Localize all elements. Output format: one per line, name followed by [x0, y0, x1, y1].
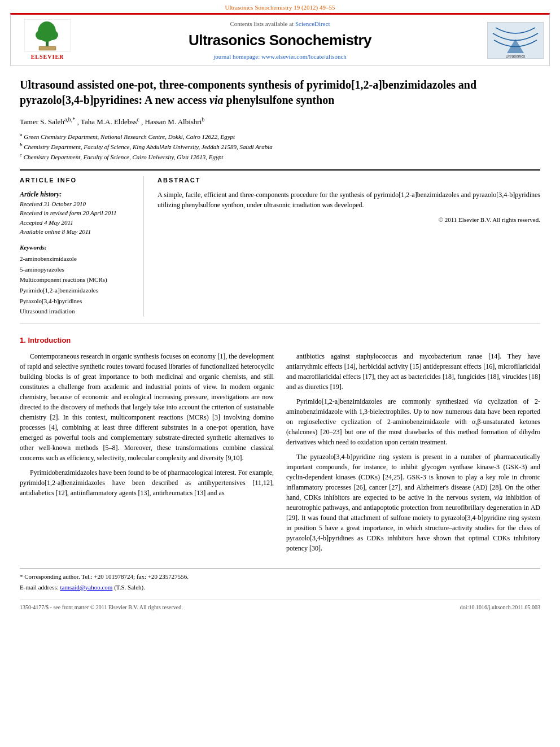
- ultrasonics-journal-icon: Ultrasonics: [487, 22, 544, 59]
- copyright-line: © 2011 Elsevier B.V. All rights reserved…: [158, 216, 540, 224]
- keyword-1: 2-aminobenzimidazole: [20, 254, 135, 264]
- article-info-column: ARTICLE INFO Article history: Received 3…: [20, 176, 144, 317]
- journal-citation: Ultrasonics Sonochemistry 19 (2012) 49–5…: [0, 0, 560, 13]
- introduction-section: 1. Introduction Contemporaneous research…: [20, 335, 540, 615]
- intro-left-column: Contemporaneous research in organic synt…: [20, 351, 274, 558]
- keyword-5: Pyrazolo[3,4-b]pyridines: [20, 296, 135, 307]
- affiliation-a: a Green Chemistry Department, National R…: [20, 131, 540, 141]
- journal-title: Ultrasonics Sonochemistry: [78, 30, 482, 50]
- article-history: Article history: Received 31 October 201…: [20, 190, 135, 237]
- elsevier-logo-area: ELSEVIER: [16, 19, 78, 61]
- bottom-copyright: 1350-4177/$ - see front matter © 2011 El…: [20, 604, 183, 611]
- journal-title-area: Contents lists available at ScienceDirec…: [78, 20, 482, 61]
- keywords-label: Keywords:: [20, 243, 135, 252]
- elsevier-brand-text: ELSEVIER: [31, 53, 64, 61]
- abstract-heading: ABSTRACT: [158, 176, 540, 185]
- keyword-4: Pyrimido[1,2-a]benzimidazoles: [20, 285, 135, 296]
- affiliation-b: b Chemistry Department, Faculty of Scien…: [20, 141, 540, 151]
- homepage-link[interactable]: journal homepage: www.elsevier.com/locat…: [213, 53, 347, 60]
- keyword-6: Ultrasound irradiation: [20, 306, 135, 317]
- article-info-abstract-area: ARTICLE INFO Article history: Received 3…: [20, 169, 540, 324]
- elsevier-logo: ELSEVIER: [16, 19, 78, 61]
- authors-line: Tamer S. Saleha,b,* , Taha M.A. Eldebssc…: [20, 116, 540, 128]
- intro-p2: Pyrimidobenzimidazoles have been found t…: [20, 468, 274, 498]
- keywords-section: Keywords: 2-aminobenzimidazole 5-aminopy…: [20, 243, 135, 317]
- email-link[interactable]: tamsaid@yahoo.com: [60, 584, 112, 591]
- history-revised: Received in revised form 20 April 2011: [20, 208, 135, 218]
- journal-header: ELSEVIER Contents lists available at Sci…: [10, 13, 550, 66]
- bottom-bar: 1350-4177/$ - see front matter © 2011 El…: [20, 600, 540, 615]
- article-history-label: Article history:: [20, 190, 135, 199]
- contents-line: Contents lists available at ScienceDirec…: [78, 20, 482, 28]
- elsevier-tree-icon: [24, 19, 71, 52]
- abstract-column: ABSTRACT A simple, facile, efficient and…: [155, 176, 540, 317]
- affiliations: a Green Chemistry Department, National R…: [20, 131, 540, 161]
- keyword-2: 5-aminopyrazoles: [20, 264, 135, 275]
- svg-rect-5: [39, 46, 56, 50]
- keyword-3: Multicomponent reactions (MCRs): [20, 274, 135, 285]
- article-info-heading: ARTICLE INFO: [20, 176, 135, 185]
- page: Ultrasonics Sonochemistry 19 (2012) 49–5…: [0, 0, 560, 615]
- history-received: Received 31 October 2010: [20, 199, 135, 209]
- sciencedirect-link[interactable]: ScienceDirect: [295, 20, 330, 27]
- history-accepted: Accepted 4 May 2011: [20, 218, 135, 228]
- abstract-text: A simple, facile, efficient and three-co…: [158, 190, 540, 210]
- svg-text:Ultrasonics: Ultrasonics: [506, 54, 526, 58]
- intro-two-columns: Contemporaneous research in organic synt…: [20, 351, 540, 558]
- journal-homepage: journal homepage: www.elsevier.com/locat…: [78, 53, 482, 61]
- keywords-list: 2-aminobenzimidazole 5-aminopyrazoles Mu…: [20, 254, 135, 317]
- svg-point-4: [47, 30, 58, 40]
- intro-rp2: Pyrimido[1,2-a]benzimidazoles are common…: [286, 396, 540, 447]
- ultrasonics-logo-area: Ultrasonics: [482, 22, 544, 59]
- intro-right-column: antibiotics against staphylococcus and m…: [286, 351, 540, 558]
- svg-point-3: [36, 30, 47, 40]
- article-title: Ultrasound assisted one-pot, three-compo…: [20, 77, 540, 108]
- footnote-email: E-mail address: tamsaid@yahoo.com (T.S. …: [20, 583, 540, 592]
- footnote-area: * Corresponding author. Tel.: +20 101978…: [20, 568, 540, 592]
- intro-rp1: antibiotics against staphylococcus and m…: [286, 351, 540, 392]
- history-online: Available online 8 May 2011: [20, 227, 135, 237]
- article-content: Ultrasound assisted one-pot, three-compo…: [20, 66, 540, 615]
- introduction-heading: 1. Introduction: [20, 335, 540, 346]
- intro-rp3: The pyrazolo[3,4-b]pyridine ring system …: [286, 452, 540, 553]
- intro-p1: Contemporaneous research in organic synt…: [20, 351, 274, 463]
- bottom-doi: doi:10.1016/j.ultsonch.2011.05.003: [460, 604, 540, 611]
- affiliation-c: c Chemistry Department, Faculty of Scien…: [20, 151, 540, 161]
- footnote-corresponding: * Corresponding author. Tel.: +20 101978…: [20, 572, 540, 582]
